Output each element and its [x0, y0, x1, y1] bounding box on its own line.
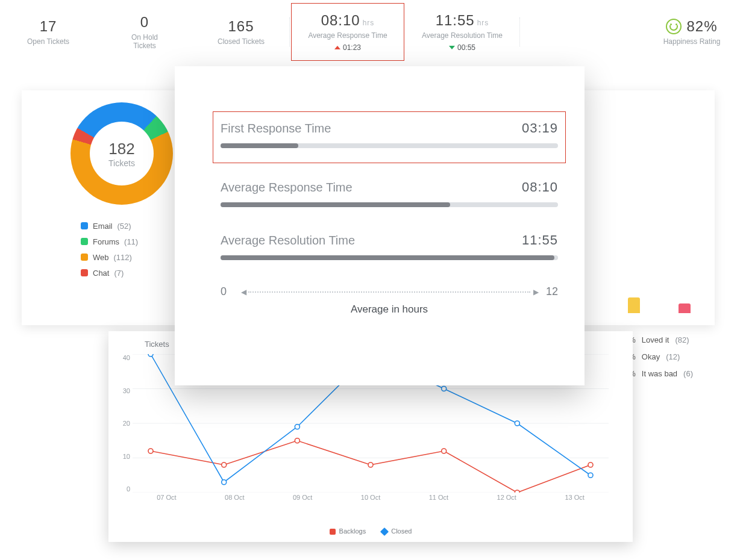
legend-label: Forums: [93, 237, 119, 246]
time-metric: Average Resolution Time11:55: [221, 232, 558, 260]
legend-label: Web: [93, 253, 109, 262]
metric-fill: [221, 143, 298, 148]
scale-min: 0: [221, 285, 227, 298]
svg-point-13: [222, 480, 227, 485]
x-tick: 12 Oct: [472, 494, 541, 501]
metric-value: 03:19: [522, 120, 558, 136]
smile-icon: [666, 19, 682, 34]
legend-swatch: [330, 529, 336, 535]
delta-down-icon: 00:55: [449, 43, 475, 52]
metric-name: Average Response Time: [221, 181, 353, 194]
legend-swatch: [81, 254, 88, 261]
stat-value: 17: [40, 18, 57, 35]
delta-up-icon: 01:23: [334, 43, 361, 52]
legend-swatch: [81, 222, 88, 229]
feedback-label: It was bad: [642, 369, 677, 378]
chart-legend-item[interactable]: Closed: [381, 527, 412, 535]
svg-point-9: [442, 449, 447, 453]
arrow-right-icon[interactable]: ▶: [533, 288, 539, 296]
y-tick: 20: [114, 420, 130, 427]
happiness-bar-okay: [628, 297, 640, 313]
svg-point-5: [148, 449, 153, 453]
stat-value: 11:55hrs: [436, 12, 489, 29]
legend-swatch: [81, 238, 88, 245]
x-tick: 11 Oct: [404, 494, 472, 501]
x-tick: 07 Oct: [133, 494, 201, 501]
scale-caption: Average in hours: [221, 303, 558, 316]
stat-value: 0: [140, 14, 149, 31]
x-tick: 09 Oct: [269, 494, 337, 501]
x-tick: 13 Oct: [541, 494, 609, 501]
metric-track: [221, 202, 558, 207]
metric-track: [221, 255, 558, 260]
legend-swatch: [81, 269, 88, 276]
stat-avg-resolution[interactable]: 11:55hrs Average Resolution Time 00:55: [405, 12, 519, 52]
svg-point-10: [515, 490, 519, 493]
feedback-label: Okay: [642, 352, 660, 361]
stat-bar: 17 Open Tickets 0 On Hold Tickets 165 Cl…: [0, 0, 746, 63]
feedback-label: Loved it: [642, 335, 669, 344]
stat-open-tickets[interactable]: 17 Open Tickets: [0, 18, 96, 46]
stat-value: 08:10hrs: [321, 12, 375, 29]
stat-value: 165: [228, 18, 254, 35]
y-tick: 10: [114, 453, 130, 460]
stat-label: Average Response Time: [308, 31, 387, 40]
metric-name: Average Resolution Time: [221, 234, 355, 247]
svg-point-6: [222, 462, 227, 467]
stat-label: On Hold Tickets: [124, 33, 166, 50]
x-tick: 08 Oct: [201, 494, 269, 501]
legend-count: (52): [118, 222, 131, 231]
legend-count: (11): [124, 237, 138, 246]
chart-legend: BacklogsClosed: [108, 527, 633, 535]
divider: [519, 17, 521, 46]
feedback-count: (12): [666, 352, 680, 361]
legend-count: (7): [114, 269, 124, 278]
stat-value: 82%: [686, 18, 717, 35]
legend-label: Email: [93, 222, 113, 231]
feedback-count: (6): [683, 369, 693, 378]
metric-track: [221, 143, 558, 148]
legend-label: Chat: [93, 269, 109, 278]
metric-name: First Response Time: [221, 122, 331, 135]
time-scale: 0 ◀ ▶ 12 Average in hours: [221, 285, 558, 322]
stat-hold-tickets[interactable]: 0 On Hold Tickets: [96, 14, 193, 50]
y-tick: 30: [114, 387, 130, 394]
donut-total: 182: [108, 140, 134, 158]
y-tick: 40: [114, 354, 130, 361]
time-metric: First Response Time03:19: [212, 111, 566, 164]
svg-point-12: [148, 354, 153, 356]
stat-label: Open Tickets: [27, 37, 69, 46]
happiness-bar-bad: [679, 303, 691, 313]
x-tick: 10 Oct: [337, 494, 405, 501]
chart-title: Tickets: [145, 340, 169, 349]
scale-track: [248, 291, 530, 293]
metric-fill: [221, 202, 450, 207]
svg-point-14: [295, 425, 299, 429]
stat-happiness[interactable]: 82% Happiness Rating: [638, 18, 746, 46]
svg-point-11: [588, 462, 593, 467]
time-metrics-panel: First Response Time03:19Average Response…: [175, 66, 585, 385]
stat-label: Closed Tickets: [218, 37, 265, 46]
stat-label: Average Resolution Time: [422, 31, 503, 40]
chart-y-axis: 010203040: [114, 354, 130, 493]
svg-point-8: [368, 462, 373, 467]
metric-fill: [221, 255, 554, 260]
svg-point-16: [442, 387, 447, 391]
stat-avg-response[interactable]: 08:10hrs Average Response Time 01:23: [290, 2, 405, 61]
time-metric: Average Response Time08:10: [221, 179, 558, 207]
donut-chart[interactable]: 182 Tickets: [71, 102, 173, 205]
metric-value: 08:10: [522, 179, 558, 195]
chart-x-axis: 07 Oct08 Oct09 Oct10 Oct11 Oct12 Oct13 O…: [133, 494, 609, 501]
stat-label: Happiness Rating: [663, 37, 721, 46]
scale-max: 12: [546, 285, 558, 298]
metric-value: 11:55: [522, 232, 558, 248]
legend-swatch: [380, 527, 389, 536]
y-tick: 0: [114, 485, 130, 493]
chart-legend-item[interactable]: Backlogs: [330, 527, 366, 535]
legend-count: (112): [114, 253, 132, 262]
arrow-left-icon[interactable]: ◀: [241, 288, 246, 296]
svg-point-17: [515, 421, 519, 426]
stat-closed-tickets[interactable]: 165 Closed Tickets: [193, 18, 289, 46]
svg-point-18: [588, 473, 593, 478]
donut-label: Tickets: [108, 158, 135, 168]
